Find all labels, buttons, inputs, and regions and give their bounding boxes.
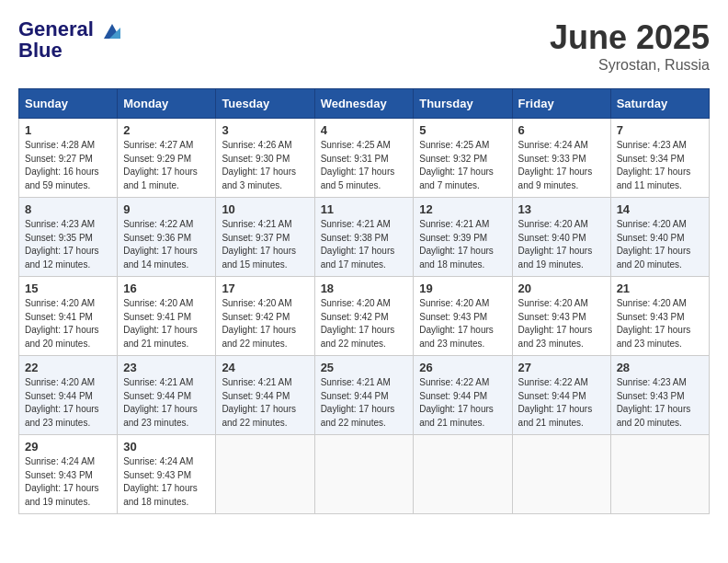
calendar-cell: 30Sunrise: 4:24 AM Sunset: 9:43 PM Dayli…	[118, 435, 216, 514]
day-number: 8	[25, 202, 111, 216]
day-info: Sunrise: 4:21 AM Sunset: 9:44 PM Dayligh…	[222, 376, 308, 430]
day-number: 16	[123, 282, 210, 295]
day-info: Sunrise: 4:20 AM Sunset: 9:40 PM Dayligh…	[518, 218, 605, 271]
calendar-cell: 26Sunrise: 4:22 AM Sunset: 9:44 PM Dayli…	[414, 356, 512, 435]
calendar-cell: 25Sunrise: 4:21 AM Sunset: 9:44 PM Dayli…	[314, 356, 414, 435]
calendar-cell: 5Sunrise: 4:25 AM Sunset: 9:32 PM Daylig…	[414, 119, 512, 198]
day-number: 20	[518, 282, 605, 295]
day-number: 10	[222, 202, 308, 216]
day-number: 1	[25, 123, 111, 137]
day-info: Sunrise: 4:25 AM Sunset: 9:31 PM Dayligh…	[321, 139, 408, 192]
calendar-cell	[414, 435, 512, 514]
calendar-cell: 6Sunrise: 4:24 AM Sunset: 9:33 PM Daylig…	[512, 119, 610, 198]
month-title: June 2025	[550, 18, 710, 57]
day-info: Sunrise: 4:21 AM Sunset: 9:37 PM Dayligh…	[222, 218, 308, 271]
day-of-week-header: Tuesday	[216, 89, 314, 119]
day-info: Sunrise: 4:20 AM Sunset: 9:42 PM Dayligh…	[222, 297, 308, 350]
calendar-cell: 10Sunrise: 4:21 AM Sunset: 9:37 PM Dayli…	[216, 198, 314, 277]
calendar-cell: 7Sunrise: 4:23 AM Sunset: 9:34 PM Daylig…	[610, 119, 709, 198]
day-info: Sunrise: 4:25 AM Sunset: 9:32 PM Dayligh…	[419, 139, 506, 192]
day-info: Sunrise: 4:23 AM Sunset: 9:34 PM Dayligh…	[617, 139, 703, 192]
day-of-week-header: Thursday	[414, 89, 512, 119]
day-number: 6	[518, 123, 605, 137]
calendar-cell: 3Sunrise: 4:26 AM Sunset: 9:30 PM Daylig…	[216, 119, 314, 198]
day-info: Sunrise: 4:22 AM Sunset: 9:44 PM Dayligh…	[419, 376, 506, 430]
day-number: 18	[321, 282, 408, 295]
calendar-cell: 1Sunrise: 4:28 AM Sunset: 9:27 PM Daylig…	[19, 119, 118, 198]
page-header: General Blue June 2025 Syrostan, Russia	[18, 18, 710, 74]
day-info: Sunrise: 4:23 AM Sunset: 9:35 PM Dayligh…	[25, 218, 111, 271]
day-info: Sunrise: 4:20 AM Sunset: 9:41 PM Dayligh…	[123, 297, 210, 350]
day-number: 12	[419, 202, 506, 216]
day-info: Sunrise: 4:26 AM Sunset: 9:30 PM Dayligh…	[222, 139, 308, 192]
day-number: 4	[321, 123, 408, 137]
day-number: 23	[123, 361, 210, 374]
day-info: Sunrise: 4:20 AM Sunset: 9:40 PM Dayligh…	[617, 218, 703, 271]
day-number: 13	[518, 202, 605, 216]
calendar-cell	[610, 435, 709, 514]
day-of-week-header: Friday	[512, 89, 610, 119]
day-of-week-header: Monday	[118, 89, 216, 119]
calendar-cell: 24Sunrise: 4:21 AM Sunset: 9:44 PM Dayli…	[216, 356, 314, 435]
day-info: Sunrise: 4:20 AM Sunset: 9:43 PM Dayligh…	[419, 297, 506, 350]
calendar-cell: 27Sunrise: 4:22 AM Sunset: 9:44 PM Dayli…	[512, 356, 610, 435]
calendar-cell: 21Sunrise: 4:20 AM Sunset: 9:43 PM Dayli…	[610, 277, 709, 356]
calendar-cell: 4Sunrise: 4:25 AM Sunset: 9:31 PM Daylig…	[314, 119, 414, 198]
day-info: Sunrise: 4:28 AM Sunset: 9:27 PM Dayligh…	[25, 139, 111, 192]
calendar-cell: 29Sunrise: 4:24 AM Sunset: 9:43 PM Dayli…	[19, 435, 118, 514]
day-info: Sunrise: 4:24 AM Sunset: 9:43 PM Dayligh…	[25, 455, 111, 509]
day-number: 22	[25, 361, 111, 374]
calendar-cell: 18Sunrise: 4:20 AM Sunset: 9:42 PM Dayli…	[314, 277, 414, 356]
title-block: June 2025 Syrostan, Russia	[550, 18, 710, 74]
calendar-cell: 9Sunrise: 4:22 AM Sunset: 9:36 PM Daylig…	[118, 198, 216, 277]
day-number: 30	[123, 440, 210, 454]
calendar-cell: 13Sunrise: 4:20 AM Sunset: 9:40 PM Dayli…	[512, 198, 610, 277]
day-number: 29	[25, 440, 111, 454]
day-number: 17	[222, 282, 308, 295]
day-number: 11	[321, 202, 408, 216]
day-info: Sunrise: 4:23 AM Sunset: 9:43 PM Dayligh…	[617, 376, 703, 430]
calendar-cell: 12Sunrise: 4:21 AM Sunset: 9:39 PM Dayli…	[414, 198, 512, 277]
calendar-week-row: 8Sunrise: 4:23 AM Sunset: 9:35 PM Daylig…	[19, 198, 710, 277]
day-info: Sunrise: 4:20 AM Sunset: 9:41 PM Dayligh…	[25, 297, 111, 350]
day-number: 25	[321, 361, 408, 374]
day-number: 26	[419, 361, 506, 374]
day-info: Sunrise: 4:22 AM Sunset: 9:36 PM Dayligh…	[123, 218, 210, 271]
day-info: Sunrise: 4:21 AM Sunset: 9:39 PM Dayligh…	[419, 218, 506, 271]
calendar-header-row: SundayMondayTuesdayWednesdayThursdayFrid…	[19, 89, 710, 119]
day-info: Sunrise: 4:21 AM Sunset: 9:44 PM Dayligh…	[321, 376, 408, 430]
calendar-week-row: 15Sunrise: 4:20 AM Sunset: 9:41 PM Dayli…	[19, 277, 710, 356]
day-number: 3	[222, 123, 308, 137]
day-number: 27	[518, 361, 605, 374]
location: Syrostan, Russia	[550, 57, 710, 74]
day-info: Sunrise: 4:22 AM Sunset: 9:44 PM Dayligh…	[518, 376, 605, 430]
day-number: 15	[25, 282, 111, 295]
calendar-cell: 2Sunrise: 4:27 AM Sunset: 9:29 PM Daylig…	[118, 119, 216, 198]
day-number: 9	[123, 202, 210, 216]
day-info: Sunrise: 4:20 AM Sunset: 9:44 PM Dayligh…	[25, 376, 111, 430]
day-of-week-header: Sunday	[19, 89, 118, 119]
calendar-cell	[512, 435, 610, 514]
calendar-week-row: 1Sunrise: 4:28 AM Sunset: 9:27 PM Daylig…	[19, 119, 710, 198]
calendar-cell: 23Sunrise: 4:21 AM Sunset: 9:44 PM Dayli…	[118, 356, 216, 435]
day-info: Sunrise: 4:27 AM Sunset: 9:29 PM Dayligh…	[123, 139, 210, 192]
calendar-cell: 20Sunrise: 4:20 AM Sunset: 9:43 PM Dayli…	[512, 277, 610, 356]
calendar-cell: 22Sunrise: 4:20 AM Sunset: 9:44 PM Dayli…	[19, 356, 118, 435]
calendar-week-row: 22Sunrise: 4:20 AM Sunset: 9:44 PM Dayli…	[19, 356, 710, 435]
day-info: Sunrise: 4:20 AM Sunset: 9:43 PM Dayligh…	[518, 297, 605, 350]
day-info: Sunrise: 4:21 AM Sunset: 9:44 PM Dayligh…	[123, 376, 210, 430]
day-info: Sunrise: 4:21 AM Sunset: 9:38 PM Dayligh…	[321, 218, 408, 271]
day-number: 24	[222, 361, 308, 374]
day-info: Sunrise: 4:20 AM Sunset: 9:42 PM Dayligh…	[321, 297, 408, 350]
day-number: 2	[123, 123, 210, 137]
calendar-cell: 28Sunrise: 4:23 AM Sunset: 9:43 PM Dayli…	[610, 356, 709, 435]
calendar-cell: 11Sunrise: 4:21 AM Sunset: 9:38 PM Dayli…	[314, 198, 414, 277]
calendar-cell: 14Sunrise: 4:20 AM Sunset: 9:40 PM Dayli…	[610, 198, 709, 277]
day-of-week-header: Saturday	[610, 89, 709, 119]
day-number: 7	[617, 123, 703, 137]
day-info: Sunrise: 4:24 AM Sunset: 9:43 PM Dayligh…	[123, 455, 210, 509]
logo: General Blue	[18, 18, 124, 63]
calendar-cell	[216, 435, 314, 514]
day-info: Sunrise: 4:24 AM Sunset: 9:33 PM Dayligh…	[518, 139, 605, 192]
calendar-cell	[314, 435, 414, 514]
